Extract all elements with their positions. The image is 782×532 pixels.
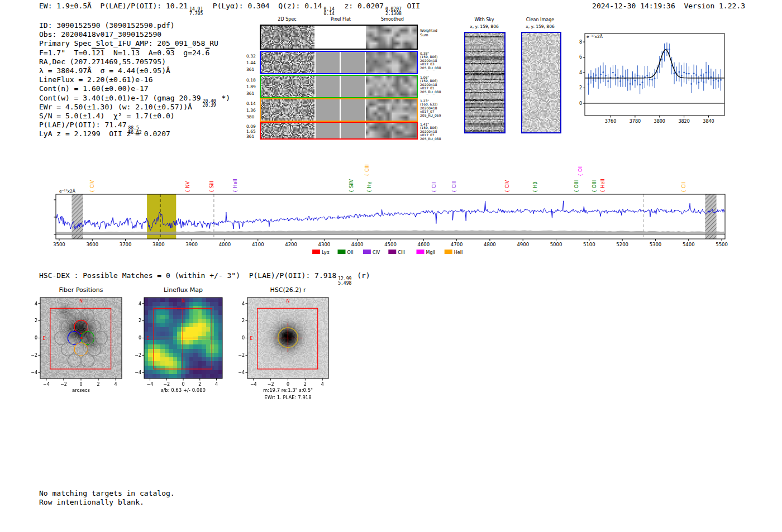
data-point	[715, 78, 717, 80]
info-line: EWr = 4.50(±1.30) (w: 2.10(±0.57))Å	[39, 103, 230, 112]
x-tick-label: 2	[97, 382, 100, 387]
spec2d-row-fiber2	[260, 75, 418, 98]
data-point	[713, 79, 714, 81]
compass-east: E	[42, 336, 45, 341]
data-point	[708, 71, 709, 73]
data-point	[690, 83, 692, 85]
x-tick-label: 4700	[451, 242, 463, 247]
info-line: LyA z = 2.1299 OII z = 0.0207	[39, 130, 230, 138]
spec2d-segment	[261, 123, 314, 138]
data-point	[688, 73, 690, 75]
legend-swatch	[417, 250, 425, 254]
data-point	[678, 71, 680, 73]
text-segment: OII	[403, 2, 420, 10]
data-point	[698, 82, 700, 83]
text-segment: Cont(w) = 3.40(±0.01)e-17 (gmag 20.39	[39, 94, 201, 102]
emission-label-ciii: { CIII	[364, 164, 370, 176]
catalog-note-2: Row intentionally blank.	[39, 498, 144, 506]
x-tick-label: 2	[304, 382, 307, 387]
x-tick-label: 4400	[351, 242, 364, 247]
text-segment: Obs: 20200418v017_3090152590	[39, 30, 161, 39]
text-segment: LineFlux = 2.20(±0.61)e-16	[39, 75, 153, 84]
zoom-units-label: e⁻¹⁷x2Å	[586, 34, 603, 39]
data-point	[637, 75, 638, 76]
y-tick-label: 0	[35, 336, 37, 341]
pixel-flat-segment	[316, 26, 365, 49]
data-point	[705, 72, 707, 74]
hsc-cutout-xlabel2: EWr: 1. PLAE: 7.918	[247, 395, 328, 400]
x-tick-label: 4	[115, 382, 117, 387]
data-point	[646, 75, 648, 76]
catalog-note-1: No matching targets in catalog.	[39, 489, 175, 497]
info-line: ID: 3090152590 (3090152590.pdf)	[39, 21, 230, 30]
col-header-smoothed: Smoothed	[367, 17, 418, 22]
x-tick-label: 3780	[630, 119, 641, 124]
pixel-flat-segment	[316, 99, 365, 121]
data-point	[695, 74, 697, 76]
x-tick-label: 4900	[517, 242, 529, 247]
info-line: LineFlux = 2.20(±0.61)e-16	[39, 75, 230, 84]
x-tick-label: 4300	[318, 242, 331, 247]
data-point	[612, 72, 614, 74]
x-tick-label: 4	[321, 382, 324, 387]
lo-value: 20.39	[203, 103, 216, 108]
compass-north: N	[287, 299, 290, 304]
x-tick-label: 3760	[605, 119, 616, 124]
y-tick-label: −2	[31, 353, 37, 358]
text-segment: N=1.	[104, 49, 131, 57]
x-tick-label: 3600	[86, 242, 98, 247]
x-tick-label: 4800	[484, 242, 496, 247]
fiber-circle	[81, 354, 94, 367]
legend-swatch	[338, 250, 346, 254]
lineflux-map-axes: −4−2024−4−2024NE	[126, 287, 241, 399]
x-tick-label: 4000	[219, 242, 231, 247]
y-tick-label: −2	[135, 353, 141, 358]
hsc-cutout-axes: −4−2024−4−2024NE	[230, 287, 347, 399]
text-segment: Primary Spec_Slot_IFU_AMP: 205_091_058_R…	[39, 39, 218, 47]
data-point	[664, 52, 665, 54]
info-line: P(LAE)/P(OII): 71.4788.556.62	[39, 121, 230, 130]
legend-swatch	[363, 250, 371, 254]
x-tick-label: 3820	[678, 119, 689, 124]
hi-lo-value: 14.917.705	[189, 7, 203, 16]
text-segment: λ = 3804.97Å σ = 4.44(±0.95)Å	[39, 66, 170, 75]
data-point	[703, 82, 704, 83]
data-point	[651, 79, 653, 81]
text-segment: A=0.	[140, 49, 166, 57]
summary-topline: EW: 1.9±0.5Å P(LAE)/P(OII): 10.2114.917.…	[39, 2, 420, 16]
x-tick-label: −2	[163, 382, 170, 387]
text-segment: EWr = 4.50(±1.30) (w: 2.10(±0.57))Å	[39, 103, 192, 111]
info-line: Cont(n) = 1.60(±0.00)e-17	[39, 84, 230, 93]
info-line: S/N = 5.0(±1.4) χ² = 1.7(±0.0)	[39, 112, 230, 121]
spec2d-segment	[261, 26, 314, 49]
fiber-circle	[74, 343, 88, 356]
data-point	[593, 79, 594, 81]
fiber-circle	[61, 320, 75, 333]
lo-value: 2.1308	[385, 12, 402, 16]
compass-east: E	[250, 336, 252, 341]
data-point	[681, 75, 683, 76]
data-point	[642, 82, 643, 83]
smoothed-segment	[366, 99, 417, 121]
smoothed-segment	[366, 26, 417, 49]
data-point	[590, 76, 592, 78]
y-tick-label: 4	[579, 70, 582, 75]
text-segment: HSC-DEX : Possible Matches = 0 (within +…	[39, 271, 336, 280]
fiber-circle	[81, 332, 94, 345]
text-segment: LyA z = 2.1299 OII z = 0.0207	[39, 130, 170, 138]
legend-label: HeII	[454, 250, 463, 255]
data-point	[595, 74, 597, 76]
y-tick-label: 4	[139, 301, 141, 306]
x-tick-label: 4500	[384, 242, 397, 247]
fiber-circle	[74, 320, 88, 333]
legend-swatch	[445, 250, 452, 254]
lo-value: 0.14	[324, 12, 335, 16]
text-segment: 13	[131, 49, 140, 57]
data-point	[674, 73, 675, 74]
x-tick-label: 5000	[550, 242, 562, 247]
text-segment: EW: 1.9±0.5Å P(LAE)/P(OII): 10.21	[39, 2, 188, 10]
data-point	[639, 84, 641, 85]
info-line: Primary Spec_Slot_IFU_AMP: 205_091_058_R…	[39, 39, 230, 48]
cutout-meta-labels: 0.38" (159, 806) 20200418 v017_03 205_RU…	[420, 52, 447, 70]
emission-label-oii: { OII	[578, 165, 583, 176]
